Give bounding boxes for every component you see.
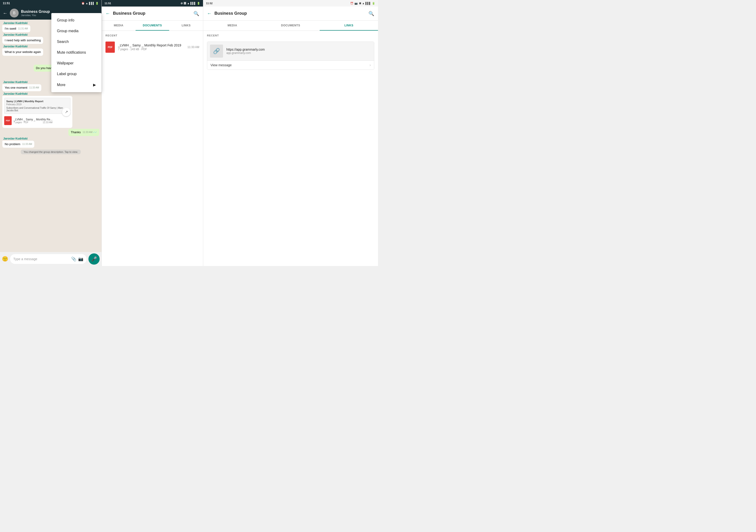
section-label-mid: RECENT xyxy=(102,31,203,39)
sender-name: Jaroslav Kudritski xyxy=(2,45,28,48)
doc-preview-title: Samy | LVMH | Monthly Report xyxy=(6,100,68,103)
status-bar-right: 11:52 ⏰ 📷 🖥 ▲ ▌▌▌ 🔋 xyxy=(203,0,378,7)
chevron-right-icon: › xyxy=(369,63,371,67)
tab-links-mid[interactable]: LINKS xyxy=(169,20,203,31)
message-bubble: Thanks 11:33 AM ✓✓ xyxy=(68,129,99,136)
middle-documents-panel: 11:51 ⊘ 🖼 ▲ ▌▌▌ 🔋 ← Business Group 🔍 MED… xyxy=(101,0,203,266)
doc-filename-info: _LVMH _ Samy _ Monthly Re... 7 pages · P… xyxy=(14,118,52,124)
message-input-box: Type a message 📎 📷 xyxy=(10,254,87,264)
view-message-label: View message xyxy=(210,63,232,67)
tabs-row-right: MEDIA DOCUMENTS LINKS xyxy=(203,20,378,31)
link-icon: 🔗 xyxy=(210,44,223,58)
tab-links-right[interactable]: LINKS xyxy=(320,20,378,31)
doc-time: 11:33 AM xyxy=(187,45,199,49)
message-bubble: I'm swell 11:31 AM xyxy=(2,25,30,32)
emoji-icon[interactable]: 🙂 xyxy=(2,256,8,262)
doc-details: 7 pages · 143 kB · PDF xyxy=(118,48,184,51)
left-chat-panel: 11:51 ⏰ ▲ ▌▌▌ 🔋 ← B Business Group Jaros… xyxy=(0,0,101,266)
message-row: Jaroslav Kudritski Samy | LVMH | Monthly… xyxy=(2,92,99,128)
tab-documents-mid[interactable]: DOCUMENTS xyxy=(136,20,169,31)
right-links-panel: 11:52 ⏰ 📷 🖥 ▲ ▌▌▌ 🔋 ← Business Group 🔍 M… xyxy=(203,0,378,266)
menu-item-group-media[interactable]: Group media xyxy=(51,26,101,37)
message-time: 11:33 AM ✓✓ xyxy=(83,131,97,134)
message-time: 11:33 AM xyxy=(22,143,32,146)
document-list-item[interactable]: PDF _LVMH _ Samy _ Monthly Report Feb 20… xyxy=(102,39,203,56)
back-button[interactable]: ← xyxy=(3,11,8,16)
mid-header: ← Business Group 🔍 xyxy=(102,7,203,20)
tabs-row-mid: MEDIA DOCUMENTS LINKS xyxy=(102,20,203,31)
doc-title-text: _LVMH _ Samy _ Monthly Report Feb 2019 xyxy=(118,43,184,47)
link-card[interactable]: 🔗 https://app.grammarly.com app.grammarl… xyxy=(207,41,374,70)
sender-name: Jaroslav Kudritski xyxy=(2,137,28,140)
doc-info: _LVMH _ Samy _ Monthly Report Feb 2019 7… xyxy=(118,43,184,51)
camera-icon-right: 📷 xyxy=(354,2,358,5)
menu-item-label: Mute notifications xyxy=(57,50,86,55)
status-icons-left: ⏰ ▲ ▌▌▌ 🔋 xyxy=(81,2,99,5)
alarm-icon: ⏰ xyxy=(81,2,85,5)
mic-button[interactable]: 🎤 xyxy=(89,253,100,265)
message-row: Jaroslav Kudritski No problem 11:33 AM xyxy=(2,137,99,148)
menu-item-group-info[interactable]: Group info xyxy=(51,15,101,26)
tab-media-right[interactable]: MEDIA xyxy=(203,20,261,31)
menu-item-search[interactable]: Search xyxy=(51,37,101,47)
message-time: 11:33 AM xyxy=(29,86,39,89)
message-bubble: What is your website again xyxy=(2,48,43,56)
menu-item-wallpaper[interactable]: Wallpaper xyxy=(51,58,101,68)
pdf-icon-list: PDF xyxy=(105,41,115,53)
menu-item-more[interactable]: More ▶ xyxy=(51,79,101,90)
sender-name: Jaroslav Kudritski xyxy=(2,92,28,95)
back-button-right[interactable]: ← xyxy=(207,11,212,16)
message-bubble: No problem 11:33 AM xyxy=(2,141,34,148)
camera-icon[interactable]: 📷 xyxy=(78,256,83,262)
sender-name: Jaroslav Kudritski xyxy=(2,33,28,37)
right-header: ← Business Group 🔍 xyxy=(203,7,378,20)
dropdown-menu: Group info Group media Search Mute notif… xyxy=(51,13,101,92)
doc-file-meta: 7 pages · PDF 11:33 AM xyxy=(14,121,52,124)
status-icons-right: ⏰ 📷 🖥 ▲ ▌▌▌ 🔋 xyxy=(350,2,375,5)
menu-item-label-group[interactable]: Label group xyxy=(51,68,101,79)
doc-preview-sub: February 2019 xyxy=(6,103,68,106)
sender-name: Jaroslav Kudritski xyxy=(2,21,28,25)
chevron-right-icon: ▶ xyxy=(93,83,96,87)
status-bar-mid: 11:51 ⊘ 🖼 ▲ ▌▌▌ 🔋 xyxy=(102,0,203,7)
attach-icon[interactable]: 📎 xyxy=(71,256,76,262)
status-icons-mid: ⊘ 🖼 ▲ ▌▌▌ 🔋 xyxy=(180,2,200,5)
message-input-placeholder[interactable]: Type a message xyxy=(13,257,69,261)
doc-time: 11:33 AM xyxy=(43,121,52,124)
panel-title-right: Business Group xyxy=(214,11,365,16)
doc-file-row: PDF _LVMH _ Samy _ Monthly Re... 7 pages… xyxy=(4,115,70,126)
wifi-icon: ▲ xyxy=(86,2,88,5)
menu-item-mute[interactable]: Mute notifications xyxy=(51,47,101,58)
link-url-main: https://app.grammarly.com xyxy=(226,48,371,51)
menu-item-label: Group info xyxy=(57,18,74,22)
battery-icon-right: 🔋 xyxy=(372,2,375,5)
sender-name: Jaroslav Kudritski xyxy=(2,81,28,84)
panel-title-mid: Business Group xyxy=(113,11,191,16)
doc-preview-body: Subscribers and Conversational Traffic O… xyxy=(6,107,68,112)
wifi-icon-right: ▲ xyxy=(362,2,365,5)
menu-item-label: Search xyxy=(57,40,69,44)
document-bubble[interactable]: Samy | LVMH | Monthly Report February 20… xyxy=(2,96,72,128)
message-bubble: I need help with something xyxy=(2,37,43,44)
view-message-row[interactable]: View message › xyxy=(207,61,374,69)
search-button-right[interactable]: 🔍 xyxy=(368,11,374,16)
message-bubble: Yes one moment 11:33 AM xyxy=(2,84,41,91)
tab-media-mid[interactable]: MEDIA xyxy=(102,20,136,31)
share-button[interactable]: ↗ xyxy=(62,108,70,116)
alarm-icon-right: ⏰ xyxy=(350,2,354,5)
tab-documents-right[interactable]: DOCUMENTS xyxy=(261,20,320,31)
search-button-mid[interactable]: 🔍 xyxy=(193,11,199,16)
signal-icon-right: ▌▌▌ xyxy=(365,2,371,5)
doc-filename: _LVMH _ Samy _ Monthly Re... xyxy=(14,118,52,121)
back-button-mid[interactable]: ← xyxy=(105,11,110,16)
menu-item-label: Wallpaper xyxy=(57,61,73,65)
status-bar-left: 11:51 ⏰ ▲ ▌▌▌ 🔋 xyxy=(0,0,101,7)
battery-icon: 🔋 xyxy=(95,2,99,5)
system-message[interactable]: You changed the group description. Tap t… xyxy=(21,149,81,154)
avatar: B xyxy=(10,9,19,17)
signal-icon: ▌▌▌ xyxy=(191,2,196,5)
doc-preview: Samy | LVMH | Monthly Report February 20… xyxy=(4,98,70,114)
status-time-mid: 11:51 xyxy=(104,2,111,5)
menu-item-label: Label group xyxy=(57,72,77,76)
status-time-left: 11:51 xyxy=(3,2,10,5)
